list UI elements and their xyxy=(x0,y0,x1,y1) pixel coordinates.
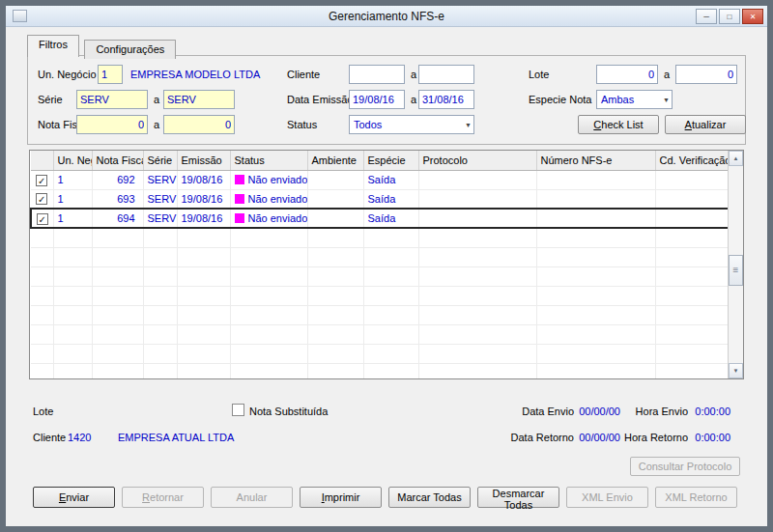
cliente-to-input[interactable] xyxy=(418,65,474,84)
maximize-icon: □ xyxy=(728,13,732,21)
empty-table-row[interactable] xyxy=(31,228,729,247)
scroll-thumb[interactable]: ≡ xyxy=(729,255,743,286)
cell-status xyxy=(230,286,307,305)
column-header[interactable]: Série xyxy=(143,151,177,170)
empty-table-row[interactable] xyxy=(31,286,729,305)
tab-filtros-label: Filtros xyxy=(39,39,68,50)
cell-un-neg: 1 xyxy=(53,189,92,209)
cell-especie xyxy=(363,247,418,266)
nota-substituida-label: Nota Substituída xyxy=(249,406,328,417)
row-checkbox[interactable]: ✓ xyxy=(37,213,48,225)
titlebar[interactable]: Gerenciamento NFS-e ─ □ ✕ xyxy=(6,6,767,27)
atualizar-button[interactable]: Atualizar xyxy=(665,115,746,134)
checkbox-column-header[interactable] xyxy=(31,151,53,170)
cell-ambiente xyxy=(307,305,363,324)
cell-nota-fiscal: 693 xyxy=(92,189,143,209)
cell-emissao: 19/08/16 xyxy=(177,209,230,228)
hora-envio-label: Hora Envio xyxy=(624,406,688,417)
cell-un-neg xyxy=(53,363,92,379)
table-row[interactable]: ✓1693SERV19/08/16Não enviadoSaída xyxy=(31,189,729,209)
un-negocio-input[interactable] xyxy=(98,65,123,84)
cell-emissao xyxy=(177,324,230,344)
empty-table-row[interactable] xyxy=(31,305,729,324)
checkbox-cell[interactable]: ✓ xyxy=(31,170,53,189)
close-icon: ✕ xyxy=(750,13,757,21)
row-checkbox[interactable]: ✓ xyxy=(36,175,47,186)
cell-cd-verificacao xyxy=(655,286,729,305)
cell-numero-nfse xyxy=(536,286,655,305)
column-header[interactable]: Un. Neg. xyxy=(53,151,92,170)
table-row[interactable]: ✓1694SERV19/08/16Não enviadoSaída xyxy=(31,209,729,228)
cell-status xyxy=(230,266,307,286)
cell-ambiente xyxy=(307,324,363,344)
imprimir-button[interactable]: Imprimir xyxy=(300,487,382,508)
data-emissao-to-input[interactable] xyxy=(418,90,474,109)
nota-fiscal-from-input[interactable] xyxy=(76,115,148,134)
cliente-nome: EMPRESA ATUAL LTDA xyxy=(118,432,234,443)
scroll-down-button[interactable]: ▼ xyxy=(729,363,743,378)
lote-to-input[interactable] xyxy=(675,65,737,84)
close-button[interactable]: ✕ xyxy=(742,9,763,24)
column-header[interactable]: Emissão xyxy=(177,151,230,170)
column-header[interactable]: Ambiente xyxy=(307,151,363,170)
data-emissao-from-input[interactable] xyxy=(349,90,405,109)
cell-un-neg xyxy=(53,266,92,286)
checkbox-cell xyxy=(31,305,53,324)
empty-table-row[interactable] xyxy=(31,324,729,344)
column-header[interactable]: Nota Fiscal xyxy=(92,151,143,170)
desmarcar-todas-button[interactable]: Desmarcar Todas xyxy=(477,487,559,508)
cell-status: Não enviado xyxy=(230,189,307,209)
enviar-button[interactable]: Enviar xyxy=(33,487,115,508)
lote-from-input[interactable] xyxy=(596,65,658,84)
empty-table-row[interactable] xyxy=(31,363,729,379)
empty-table-row[interactable] xyxy=(31,344,729,363)
cell-serie xyxy=(143,344,177,363)
cell-cd-verificacao xyxy=(655,324,729,344)
column-header[interactable]: Status xyxy=(230,151,307,170)
especie-nota-select[interactable]: Ambas ▼ xyxy=(596,90,673,109)
column-header[interactable]: Número NFS-e xyxy=(536,151,655,170)
cell-ambiente xyxy=(307,363,363,379)
empresa-nome-text: EMPRESA MODELO LTDA xyxy=(130,69,260,80)
marcar-todas-button[interactable]: Marcar Todas xyxy=(388,487,471,508)
scroll-up-button[interactable]: ▲ xyxy=(729,151,743,166)
checkbox-cell[interactable]: ✓ xyxy=(31,189,53,209)
empty-table-row[interactable] xyxy=(31,247,729,266)
vertical-scrollbar[interactable]: ▲ ≡ ▼ xyxy=(728,151,743,378)
checkbox-cell xyxy=(31,324,53,344)
cell-emissao xyxy=(177,286,230,305)
table-row[interactable]: ✓1692SERV19/08/16Não enviadoSaída xyxy=(31,170,729,189)
checkbox-cell xyxy=(31,344,53,363)
xml-envio-button-label: XML Envio xyxy=(582,491,633,503)
check-list-button[interactable]: Check List xyxy=(578,115,659,134)
column-header[interactable]: Espécie xyxy=(363,151,418,170)
maximize-button[interactable]: □ xyxy=(719,9,740,24)
tab-configuracoes[interactable]: Configurações xyxy=(84,40,176,59)
cell-especie xyxy=(363,363,418,379)
chevron-down-icon: ▼ xyxy=(663,97,670,103)
row-checkbox[interactable]: ✓ xyxy=(36,193,47,205)
cell-serie xyxy=(143,266,177,286)
cliente-from-input[interactable] xyxy=(349,65,405,84)
cell-emissao xyxy=(177,305,230,324)
checkbox-cell[interactable]: ✓ xyxy=(31,209,53,228)
column-header[interactable]: Cd. Verificação xyxy=(655,151,729,170)
cliente-label: Cliente xyxy=(287,69,320,80)
empty-table-row[interactable] xyxy=(31,266,729,286)
status-select[interactable]: Todos ▼ xyxy=(349,115,474,134)
cell-cd-verificacao xyxy=(655,344,729,363)
cliente-codigo: 1420 xyxy=(68,432,91,443)
cell-numero-nfse xyxy=(536,209,655,228)
cell-especie xyxy=(363,228,418,247)
serie-from-input[interactable] xyxy=(76,90,148,109)
cell-status: Não enviado xyxy=(230,209,307,228)
status-color-swatch xyxy=(235,213,244,223)
cell-protocolo xyxy=(418,189,536,209)
column-header[interactable]: Protocolo xyxy=(418,151,536,170)
cell-ambiente xyxy=(307,344,363,363)
nota-substituida-checkbox[interactable] xyxy=(232,404,244,416)
minimize-button[interactable]: ─ xyxy=(696,9,717,24)
tab-filtros[interactable]: Filtros xyxy=(27,35,79,57)
nota-fiscal-to-input[interactable] xyxy=(163,115,235,134)
serie-to-input[interactable] xyxy=(163,90,235,109)
